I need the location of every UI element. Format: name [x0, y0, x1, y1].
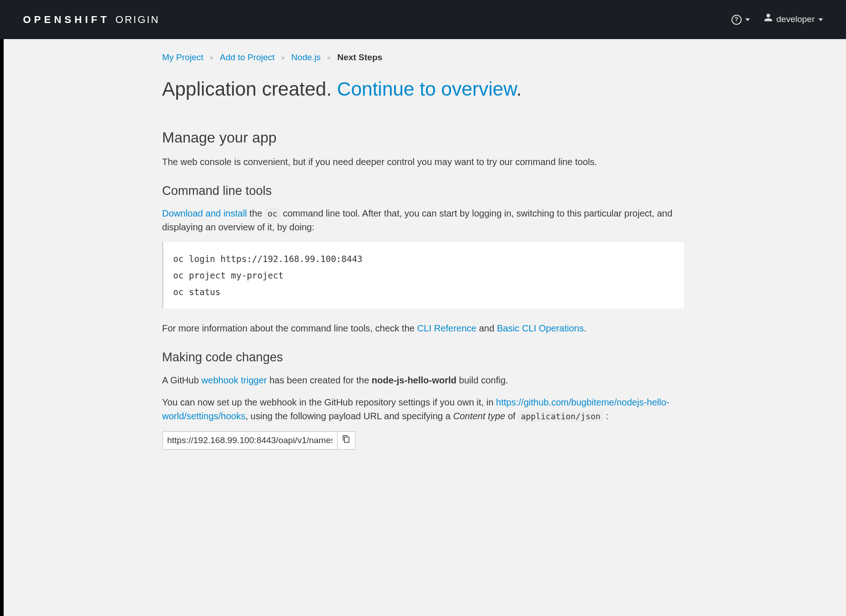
changes-p2-pre: You can now set up the webhook in the Gi…	[162, 397, 496, 407]
cli-reference-link[interactable]: CLI Reference	[417, 323, 476, 333]
breadcrumb-item-add-to-project[interactable]: Add to Project	[220, 51, 274, 64]
cli-codeblock: oc login https://192.168.99.100:8443 oc …	[162, 242, 684, 308]
breadcrumb: My Project » Add to Project » Node.js » …	[162, 48, 684, 74]
page-title: Application created. Continue to overvie…	[162, 74, 684, 103]
breadcrumb-item-nodejs[interactable]: Node.js	[291, 51, 320, 64]
changes-p1: A GitHub webhook trigger has been create…	[162, 373, 684, 387]
page-content: My Project » Add to Project » Node.js » …	[149, 39, 698, 468]
sidebar-sliver	[0, 0, 4, 468]
breadcrumb-item-my-project[interactable]: My Project	[162, 51, 204, 64]
oc-code: oc	[265, 208, 280, 219]
cli-paragraph: Download and install the oc command line…	[162, 206, 684, 234]
help-dropdown[interactable]: ?	[732, 15, 750, 25]
logo-bold: OPENSHIFT	[23, 14, 110, 25]
user-name: developer	[777, 13, 815, 26]
webhook-url-input[interactable]	[162, 431, 337, 450]
content-type-code: application/json	[518, 411, 603, 422]
changes-p1-post: build config.	[457, 375, 508, 385]
breadcrumb-item-current: Next Steps	[337, 51, 382, 64]
changes-p2: You can now set up the webhook in the Gi…	[162, 395, 684, 423]
top-navbar: OPENSHIFT ORIGIN ? developer	[0, 0, 846, 39]
changes-p2-post: :	[603, 411, 608, 421]
breadcrumb-separator-icon: »	[210, 53, 213, 63]
webhook-trigger-link[interactable]: webhook trigger	[201, 375, 267, 385]
cli-more-post: .	[584, 323, 587, 333]
copy-button[interactable]	[337, 431, 355, 450]
manage-heading: Manage your app	[162, 126, 684, 148]
logo-light: ORIGIN	[115, 14, 160, 25]
cli-heading: Command line tools	[162, 182, 684, 200]
chevron-down-icon	[745, 18, 750, 21]
changes-heading: Making code changes	[162, 348, 684, 367]
continue-overview-link[interactable]: Continue to overview	[337, 78, 516, 100]
breadcrumb-separator-icon: »	[281, 53, 285, 63]
build-config-name: node-js-hello-world	[372, 375, 456, 385]
breadcrumb-separator-icon: »	[327, 53, 331, 63]
changes-p1-pre: A GitHub	[162, 375, 202, 385]
cli-more-pre: For more information about the command l…	[162, 323, 417, 333]
user-dropdown[interactable]: developer	[764, 13, 823, 26]
cli-more-info: For more information about the command l…	[162, 321, 684, 335]
manage-text: The web console is convenient, but if yo…	[162, 155, 684, 169]
cli-more-mid: and	[476, 323, 497, 333]
logo[interactable]: OPENSHIFT ORIGIN	[23, 12, 160, 27]
webhook-url-row	[162, 431, 355, 450]
topbar-right: ? developer	[732, 13, 823, 26]
cli-text-1: the	[247, 208, 265, 218]
title-prefix: Application created.	[162, 78, 337, 100]
basic-cli-ops-link[interactable]: Basic CLI Operations	[497, 323, 584, 333]
user-icon	[764, 13, 773, 26]
help-icon: ?	[732, 15, 742, 25]
title-suffix: .	[516, 78, 522, 100]
content-type-em: Content type	[453, 411, 505, 421]
chevron-down-icon	[818, 18, 823, 21]
download-install-link[interactable]: Download and install	[162, 208, 247, 218]
changes-p2-mid: , using the following payload URL and sp…	[246, 411, 453, 421]
copy-icon	[342, 434, 350, 447]
changes-p1-mid: has been created for the	[267, 375, 372, 385]
changes-p2-of: of	[505, 411, 518, 421]
